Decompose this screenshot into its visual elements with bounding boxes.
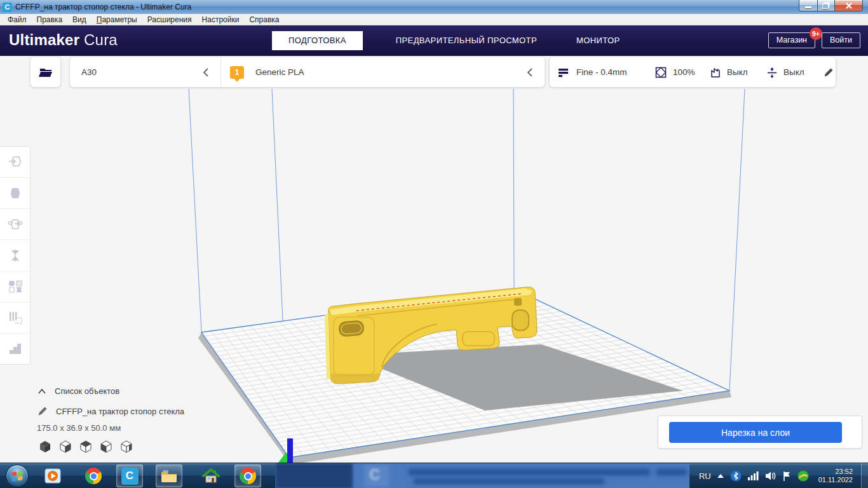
printer-selector-chevron[interactable] <box>202 57 210 87</box>
chevron-left-icon <box>526 67 534 78</box>
open-file-button[interactable] <box>31 57 60 87</box>
infill-label: 100% <box>673 67 695 77</box>
action-center-icon[interactable] <box>782 470 792 482</box>
rotate-tool-button[interactable] <box>0 209 30 240</box>
printer-selector[interactable]: A30 <box>81 57 97 87</box>
ultimaker-cura-logo: Ultimaker Cura <box>9 31 118 49</box>
mirror-icon <box>7 248 24 263</box>
app-header: Ultimaker Cura ПОДГОТОВКА ПРЕДВАРИТЕЛЬНЫ… <box>0 25 868 56</box>
stairs-icon <box>7 341 24 356</box>
view-left-button[interactable] <box>99 440 113 454</box>
blurred-notification: C <box>275 463 689 488</box>
view-front-button[interactable] <box>58 440 72 454</box>
edit-settings-button[interactable] <box>823 57 834 87</box>
tab-preview[interactable]: ПРЕДВАРИТЕЛЬНЫЙ ПРОСМОТР <box>390 31 543 50</box>
minimize-button[interactable] <box>799 0 817 11</box>
chrome-icon <box>240 468 256 484</box>
profile-label: Fine - 0.4mm <box>576 67 627 77</box>
tab-prepare[interactable]: ПОДГОТОВКА <box>272 31 363 50</box>
object-name-row[interactable]: CFFFP_на трактор стопор стекла <box>37 405 184 417</box>
menu-item-edit[interactable]: Правка <box>32 15 68 25</box>
menu-item-extensions[interactable]: Расширения <box>142 15 197 25</box>
adhesion-setting[interactable]: Выкл <box>766 57 804 87</box>
menu-item-preferences[interactable]: Настройки <box>197 15 245 25</box>
start-button[interactable] <box>4 464 31 487</box>
antivirus-shield-icon[interactable] <box>797 470 809 482</box>
network-signal-icon[interactable] <box>747 471 759 481</box>
view-top-button[interactable] <box>79 440 93 454</box>
taskbar-chrome-2[interactable] <box>234 464 261 487</box>
chevron-left-icon <box>202 67 210 78</box>
adhesion-label: Выкл <box>783 67 804 77</box>
view-right-button[interactable] <box>119 440 133 454</box>
per-model-settings-button[interactable] <box>0 271 30 302</box>
system-tray: RU 23:52 01.11.2022 <box>699 463 853 488</box>
menu-bar: Файл Правка Вид Параметры Расширения Нас… <box>0 14 868 25</box>
layers-icon <box>557 66 570 79</box>
window-controls <box>799 0 863 11</box>
restore-button[interactable] <box>817 0 835 11</box>
tool-panel <box>0 146 31 365</box>
view-orientation-buttons <box>38 440 133 454</box>
cube-front-icon <box>58 440 72 454</box>
slice-button[interactable]: Нарезка на слои <box>669 422 842 443</box>
clock-time: 23:52 <box>818 468 853 476</box>
move-icon <box>7 154 24 170</box>
taskbar-chrome[interactable] <box>80 464 107 487</box>
infill-icon <box>654 66 667 79</box>
scale-icon <box>7 186 24 201</box>
windows-logo-icon <box>6 464 29 487</box>
custom-supports-button[interactable] <box>0 334 30 364</box>
menu-item-settings[interactable]: Параметры <box>92 15 142 25</box>
infill-setting[interactable]: 100% <box>654 57 695 87</box>
taskbar: C C RU <box>0 463 868 488</box>
menu-item-view[interactable]: Вид <box>67 15 92 25</box>
material-selector[interactable]: 1 Generic PLA <box>230 57 304 87</box>
clock-date: 01.11.2022 <box>818 476 853 484</box>
support-blocker-icon <box>7 310 24 325</box>
taskbar-media-player[interactable] <box>39 464 66 487</box>
stage-tabs: ПОДГОТОВКА ПРЕДВАРИТЕЛЬНЫЙ ПРОСМОТР МОНИ… <box>272 31 627 50</box>
profile-setting[interactable]: Fine - 0.4mm <box>557 57 627 87</box>
mirror-tool-button[interactable] <box>0 240 30 271</box>
object-list-toggle[interactable]: Список объектов <box>37 386 119 396</box>
menu-item-file[interactable]: Файл <box>3 15 32 25</box>
window-title: CFFFP_на трактор стопор стекла - Ultimak… <box>15 3 191 11</box>
marketplace-button[interactable]: Магазин 9+ <box>768 32 815 48</box>
per-model-settings-icon <box>7 279 24 294</box>
show-desktop-button[interactable] <box>861 463 868 488</box>
cube-left-icon <box>99 440 113 454</box>
bluetooth-icon[interactable] <box>730 470 742 482</box>
language-indicator[interactable]: RU <box>699 471 711 481</box>
support-blocker-button[interactable] <box>0 302 30 334</box>
taskbar-clock[interactable]: 23:52 01.11.2022 <box>818 468 853 484</box>
move-tool-button[interactable] <box>0 147 30 178</box>
menu-item-help[interactable]: Справка <box>244 15 284 25</box>
support-setting[interactable]: Выкл <box>709 57 748 87</box>
screen: C CFFFP_на трактор стопор стекла - Ultim… <box>0 0 868 488</box>
cura-icon: C <box>121 468 139 485</box>
taskbar-cura[interactable]: C <box>116 464 143 487</box>
pencil-icon <box>823 67 834 78</box>
marketplace-badge: 9+ <box>810 27 822 40</box>
taskbar-explorer[interactable] <box>156 464 182 487</box>
print-settings-bar[interactable]: Fine - 0.4mm 100% Выкл Выкл <box>550 57 836 87</box>
taskbar-home-app[interactable] <box>198 464 224 487</box>
cube-3d-icon <box>38 440 52 454</box>
folder-icon <box>160 468 178 484</box>
close-icon <box>845 2 853 10</box>
media-player-icon <box>44 468 61 484</box>
account-area: Магазин 9+ Войти <box>768 32 860 48</box>
hidden-icons-chevron[interactable] <box>717 473 724 478</box>
tab-monitor[interactable]: МОНИТОР <box>570 31 627 50</box>
volume-icon[interactable] <box>764 471 776 481</box>
view-3d-button[interactable] <box>38 440 52 454</box>
window-titlebar[interactable]: C CFFFP_на трактор стопор стекла - Ultim… <box>0 0 868 15</box>
support-label: Выкл <box>727 67 748 77</box>
3d-viewport[interactable] <box>0 56 868 463</box>
scale-tool-button[interactable] <box>0 178 30 209</box>
sign-in-button[interactable]: Войти <box>822 32 860 48</box>
close-button[interactable] <box>835 0 863 11</box>
material-selector-chevron[interactable] <box>526 57 534 87</box>
cube-right-icon <box>119 440 133 454</box>
